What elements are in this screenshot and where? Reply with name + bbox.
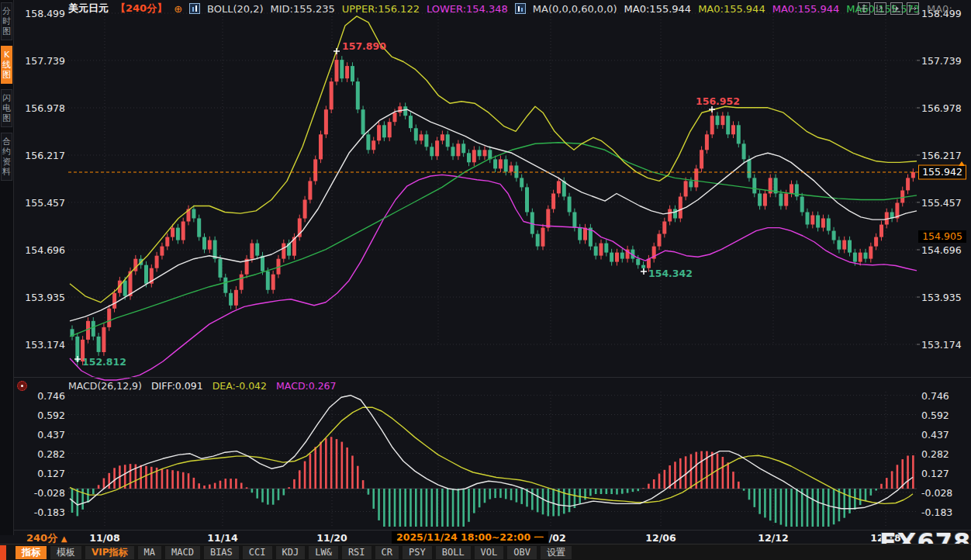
price-axis-label: 156.978	[23, 102, 65, 114]
macd-axis-label: 0.437	[23, 428, 65, 440]
price-annotation: 157.890	[342, 40, 386, 52]
toolbar-button-模板[interactable]: 模板	[50, 546, 81, 559]
price-axis-label: 153.935	[23, 292, 65, 303]
x-axis-date: 12/12	[758, 532, 788, 544]
price-annotation: 156.952	[696, 95, 740, 107]
ma-indicator-icon[interactable]	[515, 3, 526, 14]
axis-zoom-icon[interactable]	[874, 2, 886, 15]
macd-axis-label: 0.592	[921, 409, 949, 420]
price-axis-label: 154.696	[921, 244, 962, 256]
macd-axis-label: -0.183	[921, 506, 952, 517]
move-icon[interactable]	[858, 2, 870, 15]
toolbar-button-MACD[interactable]: MACD	[165, 546, 200, 559]
boll-lower-value: LOWER:154.348	[427, 3, 508, 15]
sidebar-item-K线图[interactable]: K线图	[1, 46, 12, 84]
boll-indicator-icon[interactable]	[189, 3, 200, 14]
sidebar-item-闪电图[interactable]: 闪电图	[1, 89, 12, 127]
toolbar-button-VIP指标[interactable]: VIP指标	[85, 546, 134, 559]
sidebar-item-分时图[interactable]: 分时图	[1, 2, 12, 40]
chart-type-sidebar: 分时图K线图闪电图合约资料	[0, 0, 14, 535]
sidebar-item-合约资料[interactable]: 合约资料	[1, 133, 12, 181]
axis-play-icon[interactable]	[890, 2, 903, 15]
macd-macd-value: MACD:0.267	[276, 380, 336, 392]
crosshair-date-tooltip: 2025/11/24 18:00~22:00 一	[392, 531, 548, 544]
x-axis-date: 11/08	[89, 532, 119, 544]
toolbar-button-VOL[interactable]: VOL	[475, 546, 504, 559]
macd-dea-value: DEA:-0.042	[213, 380, 267, 392]
macd-axis-label: 0.127	[23, 467, 65, 479]
chevron-up-icon: ▲	[61, 534, 67, 543]
price-annotation: 152.812	[82, 356, 126, 368]
macd-indicator-dot-icon[interactable]	[17, 381, 27, 391]
price-annotation: 154.342	[648, 268, 693, 279]
macd-axis-label: 0.437	[921, 428, 949, 440]
macd-diff-value: DIFF:0.091	[151, 380, 203, 392]
price-axis-label: 154.696	[23, 244, 65, 256]
price-axis-label: 156.978	[921, 102, 962, 114]
corner-accent	[0, 545, 6, 560]
price-axis-label: 157.739	[921, 54, 962, 66]
axis-divider	[0, 530, 971, 531]
instrument-title: 美元日元	[68, 2, 109, 16]
last-price-tag: 155.942	[918, 165, 966, 180]
indicator-toolbar: 指标模板VIP指标MAMACDBIASCCIKDJLW&RSICRPSYBOLL…	[0, 544, 971, 560]
toolbar-button-BOLL[interactable]: BOLL	[436, 546, 471, 559]
price-axis-label: 158.499	[23, 8, 65, 19]
chart-header: 美元日元 【240分】 ⊕ BOLL(20,2) MID:155.235 UPP…	[68, 2, 952, 15]
price-axis-label: 156.217	[921, 150, 962, 161]
toolbar-button-CR[interactable]: CR	[375, 546, 399, 559]
macd-axis-label: 0.127	[921, 467, 949, 479]
price-axis-label: 156.217	[23, 150, 65, 161]
boll-upper-value: UPPER:156.122	[342, 3, 420, 15]
price-axis-label: 153.174	[921, 339, 962, 351]
price-axis-label: 155.457	[23, 196, 65, 208]
x-axis-date: 12/06	[645, 532, 676, 544]
macd-header: MACD(26,12,9) DIFF:0.091 DEA:-0.042 MACD…	[68, 380, 337, 392]
x-axis-date: 11/14	[207, 532, 237, 544]
toolbar-button-PSY[interactable]: PSY	[403, 546, 432, 559]
secondary-price-tag: 154.905	[918, 230, 966, 243]
ma-value: MA0:155.944	[698, 3, 765, 15]
toolbar-button-OBV[interactable]: OBV	[507, 546, 537, 559]
boll-label: BOLL(20,2)	[207, 3, 264, 15]
macd-label: MACD(26,12,9)	[68, 380, 142, 392]
period-tag: 【240分】	[116, 2, 167, 16]
ma-value: MA0:	[927, 3, 952, 15]
chart-canvas[interactable]	[0, 0, 971, 560]
panel-divider	[0, 377, 971, 378]
ma-label: MA(0,0,0,60,0,0)	[533, 3, 617, 15]
toolbar-button-MA[interactable]: MA	[138, 546, 161, 559]
macd-axis-label: 0.282	[921, 448, 949, 459]
price-axis-label: 153.174	[23, 339, 65, 351]
macd-axis-label: 0.746	[921, 389, 949, 401]
price-axis-label: 155.457	[921, 196, 962, 208]
macd-axis-label: 0.746	[23, 389, 65, 401]
toolbar-button-指标[interactable]: 指标	[16, 546, 47, 559]
boll-mid-value: MID:155.235	[271, 3, 335, 15]
macd-axis-label: 0.282	[23, 448, 65, 459]
pan-right-icon[interactable]	[907, 2, 919, 15]
ma-value: MA0:155.944	[624, 3, 692, 15]
price-arrow-icon	[959, 161, 965, 166]
toolbar-button-BIAS[interactable]: BIAS	[204, 546, 239, 559]
toolbar-button-CCI[interactable]: CCI	[243, 546, 272, 559]
macd-axis-label: -0.183	[23, 506, 65, 517]
toolbar-button-设置[interactable]: 设置	[541, 546, 572, 559]
price-axis-label: 153.935	[921, 292, 962, 303]
toolbar-button-KDJ[interactable]: KDJ	[276, 546, 306, 559]
x-axis-date: 11/20	[316, 532, 347, 544]
toolbar-button-RSI[interactable]: RSI	[342, 546, 371, 559]
macd-axis-label: -0.028	[23, 486, 65, 498]
macd-axis-label: 0.592	[23, 409, 65, 420]
chart-tools	[858, 2, 919, 15]
price-axis-label: 157.739	[23, 54, 65, 66]
add-indicator-icon[interactable]: ⊕	[174, 3, 182, 15]
toolbar-button-LW&[interactable]: LW&	[309, 546, 338, 559]
ma-value: MA0:155.944	[772, 3, 840, 15]
macd-axis-label: -0.028	[921, 486, 952, 498]
